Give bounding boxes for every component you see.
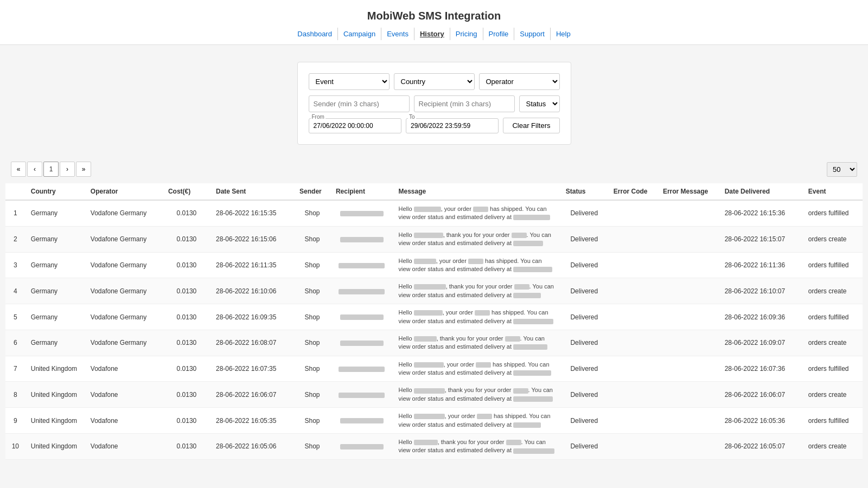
nav-events[interactable]: Events [381, 28, 414, 40]
table-row: 8 United Kingdom Vodafone 0.0130 28-06-2… [5, 382, 863, 408]
cell-country: Germany [25, 278, 85, 304]
col-header-num [5, 183, 25, 200]
cell-message: Hello , your order has shipped. You can … [393, 200, 560, 226]
cell-recipient [330, 252, 393, 278]
cell-datedelivered: 28-06-2022 16:06:07 [719, 382, 803, 408]
cell-sender: Shop [294, 200, 330, 226]
cell-errmsg [658, 252, 719, 278]
cell-operator: Vodafone Germany [85, 304, 163, 330]
cell-status: Delivered [560, 278, 608, 304]
col-header-operator: Operator [85, 183, 163, 200]
cell-num: 2 [5, 226, 25, 252]
status-select[interactable]: Status [519, 95, 560, 112]
table-wrapper: Country Operator Cost(€) Date Sent Sende… [0, 183, 868, 471]
cell-datedelivered: 28-06-2022 16:05:07 [719, 434, 803, 460]
cell-message: Hello , thank you for your order . You c… [393, 278, 560, 304]
col-header-errcode: Error Code [608, 183, 658, 200]
cell-status: Delivered [560, 330, 608, 356]
filter-row-date: From To Clear Filters [309, 118, 560, 133]
cell-errcode [608, 226, 658, 252]
from-date-input[interactable] [309, 118, 401, 133]
recipient-input[interactable] [414, 95, 515, 112]
nav-profile[interactable]: Profile [483, 28, 515, 40]
cell-operator: Vodafone [85, 382, 163, 408]
cell-num: 7 [5, 356, 25, 382]
cell-recipient [330, 226, 393, 252]
cell-datedelivered: 28-06-2022 16:09:36 [719, 304, 803, 330]
cell-status: Delivered [560, 382, 608, 408]
clear-filters-button[interactable]: Clear Filters [503, 118, 559, 133]
col-header-datesent: Date Sent [210, 183, 294, 200]
cell-operator: Vodafone Germany [85, 226, 163, 252]
nav-pricing[interactable]: Pricing [450, 28, 483, 40]
country-select[interactable]: Country [394, 73, 475, 90]
cell-datedelivered: 28-06-2022 16:10:07 [719, 278, 803, 304]
cell-datesent: 28-06-2022 16:09:35 [210, 304, 294, 330]
nav-dashboard[interactable]: Dashboard [292, 28, 338, 40]
pagination-bar: « ‹ 1 › » 50 25 100 [0, 157, 868, 181]
cell-errmsg [658, 356, 719, 382]
page-size-wrapper: 50 25 100 [827, 162, 857, 177]
cell-datesent: 28-06-2022 16:08:07 [210, 330, 294, 356]
prev-page-button[interactable]: ‹ [27, 162, 42, 177]
to-date-group: To [406, 118, 499, 133]
cell-message: Hello , thank you for your order . You c… [393, 382, 560, 408]
cell-message: Hello , thank you for your order . You c… [393, 330, 560, 356]
cell-num: 1 [5, 200, 25, 226]
cell-status: Delivered [560, 434, 608, 460]
cell-country: United Kingdom [25, 408, 85, 434]
cell-errcode [608, 434, 658, 460]
cell-country: Germany [25, 330, 85, 356]
cell-event: orders create [803, 382, 863, 408]
cell-errmsg [658, 382, 719, 408]
page-size-select[interactable]: 50 25 100 [827, 162, 857, 177]
current-page-indicator: 1 [43, 162, 59, 177]
sender-input[interactable] [309, 95, 410, 112]
cell-errcode [608, 252, 658, 278]
operator-select[interactable]: Operator [479, 73, 560, 90]
cell-recipient [330, 408, 393, 434]
cell-errmsg [658, 434, 719, 460]
pagination-controls: « ‹ 1 › » [11, 162, 91, 177]
cell-num: 4 [5, 278, 25, 304]
table-row: 9 United Kingdom Vodafone 0.0130 28-06-2… [5, 408, 863, 434]
cell-errmsg [658, 304, 719, 330]
nav-support[interactable]: Support [514, 28, 551, 40]
cell-cost: 0.0130 [163, 200, 210, 226]
cell-status: Delivered [560, 252, 608, 278]
cell-num: 5 [5, 304, 25, 330]
col-header-recipient: Recipient [330, 183, 393, 200]
cell-datesent: 28-06-2022 16:11:35 [210, 252, 294, 278]
cell-cost: 0.0130 [163, 278, 210, 304]
first-page-button[interactable]: « [11, 162, 26, 177]
nav-help[interactable]: Help [551, 28, 576, 40]
cell-cost: 0.0130 [163, 356, 210, 382]
next-page-button[interactable]: › [60, 162, 75, 177]
cell-event: orders fulfilled [803, 304, 863, 330]
cell-operator: Vodafone Germany [85, 200, 163, 226]
cell-datesent: 28-06-2022 16:05:35 [210, 408, 294, 434]
table-row: 4 Germany Vodafone Germany 0.0130 28-06-… [5, 278, 863, 304]
cell-sender: Shop [294, 252, 330, 278]
table-row: 6 Germany Vodafone Germany 0.0130 28-06-… [5, 330, 863, 356]
cell-num: 10 [5, 434, 25, 460]
cell-cost: 0.0130 [163, 382, 210, 408]
cell-event: orders create [803, 278, 863, 304]
event-select[interactable]: Event [309, 73, 390, 90]
to-date-input[interactable] [406, 118, 499, 133]
filter-row-2: Status [309, 95, 560, 112]
cell-recipient [330, 434, 393, 460]
nav-campaign[interactable]: Campaign [338, 28, 381, 40]
cell-message: Hello , thank you for your order . You c… [393, 226, 560, 252]
cell-datesent: 28-06-2022 16:06:07 [210, 382, 294, 408]
col-header-sender: Sender [294, 183, 330, 200]
cell-message: Hello , your order has shipped. You can … [393, 356, 560, 382]
cell-event: orders fulfilled [803, 356, 863, 382]
cell-errcode [608, 278, 658, 304]
cell-status: Delivered [560, 226, 608, 252]
nav-history[interactable]: History [414, 28, 450, 40]
filter-section: Event Country Operator Status From To [297, 62, 571, 145]
last-page-button[interactable]: » [76, 162, 91, 177]
cell-datedelivered: 28-06-2022 16:09:07 [719, 330, 803, 356]
cell-datedelivered: 28-06-2022 16:07:36 [719, 356, 803, 382]
